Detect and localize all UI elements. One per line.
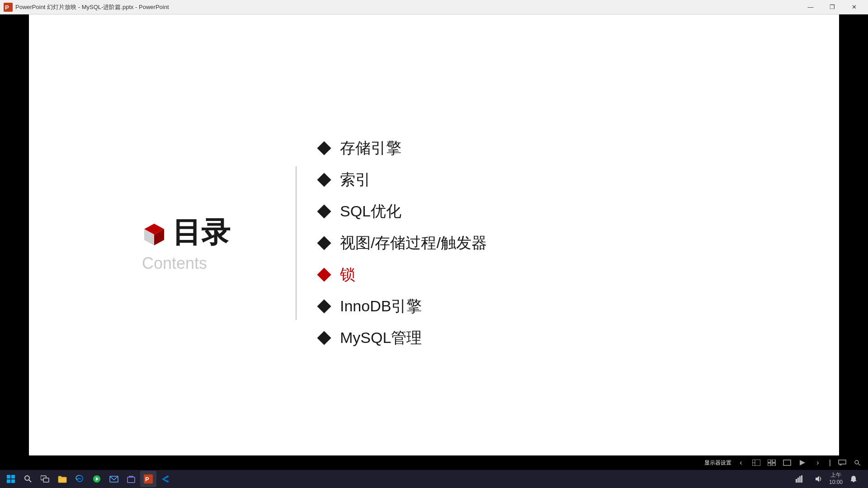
contents-section: 存储引擎 索引 SQL优化 视图/存储过程/触发器 锁 InnoDB引擎: [319, 134, 839, 352]
list-item: MySQL管理: [319, 324, 839, 352]
svg-rect-8: [768, 460, 771, 462]
slide-title-cn: 目录: [172, 213, 230, 252]
minimize-button[interactable]: —: [800, 0, 821, 14]
app-icon: P: [4, 3, 13, 12]
store-button[interactable]: [123, 471, 139, 487]
svg-rect-10: [768, 463, 771, 466]
list-item: InnoDB引擎: [319, 292, 839, 320]
svg-rect-35: [796, 479, 797, 483]
network-icon[interactable]: [791, 471, 807, 487]
notes-button[interactable]: [836, 457, 848, 469]
svg-marker-13: [800, 460, 805, 465]
svg-rect-37: [799, 476, 801, 483]
svg-rect-27: [58, 476, 61, 478]
svg-rect-21: [11, 479, 15, 483]
list-item: 存储引擎: [319, 134, 839, 162]
svg-rect-25: [43, 478, 49, 482]
file-explorer-button[interactable]: [54, 471, 71, 487]
slide-area: 目录 Contents 存储引擎 索引 SQL优化 视图/存储过程/触发器: [29, 14, 839, 471]
svg-rect-40: [853, 481, 854, 482]
svg-rect-31: [127, 477, 135, 483]
svg-marker-34: [162, 475, 169, 483]
content-text-4: 视图/存储过程/触发器: [340, 233, 487, 253]
title-main: 目录: [142, 213, 230, 252]
slideshow-button[interactable]: [797, 457, 808, 469]
svg-rect-36: [797, 478, 799, 483]
notifications-button[interactable]: [845, 471, 862, 487]
prev-slide-button[interactable]: ‹: [735, 457, 747, 469]
svg-marker-39: [816, 476, 819, 482]
restore-button[interactable]: ❐: [822, 0, 843, 14]
mail-button[interactable]: [106, 471, 122, 487]
media-player-button[interactable]: [89, 471, 105, 487]
diamond-icon-7: [317, 331, 331, 345]
content-text-3: SQL优化: [340, 201, 401, 222]
svg-rect-19: [11, 475, 15, 479]
taskbar: P 上午 10:00: [0, 470, 868, 488]
slide-title-en: Contents: [142, 254, 207, 273]
window-title: PowerPoint 幻灯片放映 - MySQL-进阶篇.pptx - Powe…: [15, 3, 800, 11]
svg-rect-9: [772, 460, 775, 462]
content-text-6: InnoDB引擎: [340, 296, 422, 317]
svg-rect-14: [839, 460, 846, 464]
diamond-icon-6: [317, 299, 331, 313]
slide-sorter-button[interactable]: [766, 457, 778, 469]
windows-start-button[interactable]: [3, 471, 19, 487]
diamond-icon-3: [317, 204, 331, 218]
mysql-cube-logo: [142, 220, 167, 245]
svg-rect-20: [7, 479, 10, 483]
list-item-highlighted: 锁: [319, 261, 839, 289]
content-text-7: MySQL管理: [340, 328, 422, 348]
normal-view-button[interactable]: [750, 457, 762, 469]
svg-line-23: [29, 480, 31, 482]
svg-rect-38: [801, 475, 802, 483]
title-section: 目录 Contents: [29, 213, 273, 273]
list-item: 索引: [319, 166, 839, 194]
left-side-bar: [0, 14, 29, 474]
slide-inner: 目录 Contents 存储引擎 索引 SQL优化 视图/存储过程/触发器: [29, 14, 839, 471]
zoom-button[interactable]: [852, 457, 863, 469]
svg-text:P: P: [145, 476, 149, 483]
diamond-icon-2: [317, 173, 331, 187]
content-text-1: 存储引擎: [340, 138, 401, 159]
content-text-2: 索引: [340, 169, 371, 190]
window-controls[interactable]: — ❐ ✕: [800, 0, 864, 14]
diamond-icon-4: [317, 236, 331, 250]
display-settings-label: 显示器设置: [704, 459, 731, 467]
status-bar: 显示器设置 ‹ › |: [0, 455, 868, 470]
edge-browser-button[interactable]: [71, 471, 88, 487]
svg-rect-11: [772, 463, 775, 466]
list-item: 视图/存储过程/触发器: [319, 229, 839, 257]
svg-point-22: [25, 476, 29, 480]
svg-text:P: P: [5, 4, 9, 11]
powerpoint-taskbar-icon[interactable]: P: [140, 471, 156, 487]
task-view-button[interactable]: [37, 471, 53, 487]
svg-line-17: [858, 464, 860, 465]
list-item: SQL优化: [319, 197, 839, 225]
close-button[interactable]: ✕: [844, 0, 864, 14]
content-text-5: 锁: [340, 264, 355, 285]
next-slide-button[interactable]: ›: [812, 457, 824, 469]
volume-icon[interactable]: [810, 471, 826, 487]
diamond-icon-5-red: [317, 267, 331, 282]
taskbar-search-button[interactable]: [20, 471, 36, 487]
title-bar: P PowerPoint 幻灯片放映 - MySQL-进阶篇.pptx - Po…: [0, 0, 868, 14]
diamond-icon-1: [317, 141, 331, 155]
svg-rect-18: [7, 475, 10, 479]
right-side-bar: [839, 14, 868, 474]
system-clock[interactable]: 上午 10:00: [829, 472, 843, 486]
vertical-divider: [296, 166, 297, 320]
svg-point-16: [855, 460, 859, 464]
vscode-button[interactable]: [157, 471, 174, 487]
reading-view-button[interactable]: [781, 457, 793, 469]
svg-rect-12: [783, 460, 791, 465]
